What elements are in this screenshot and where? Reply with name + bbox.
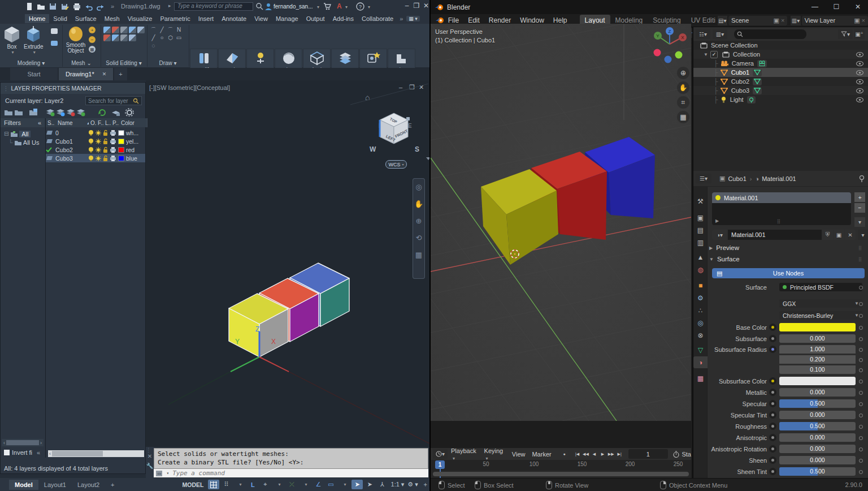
decorator-dot[interactable] <box>769 335 776 342</box>
mesh-tool-icon-1[interactable]: − <box>88 36 97 44</box>
outliner-display-mode-icon[interactable]: ☷▾ <box>696 29 710 39</box>
ribbon-overflow-icon[interactable]: » <box>400 15 403 22</box>
ortho-toggle[interactable]: L <box>247 480 258 489</box>
next-keyframe-icon[interactable]: ▶▶ <box>607 450 615 458</box>
material-name-field[interactable]: Material.001 <box>728 230 822 240</box>
new-layer-icon[interactable] <box>46 108 55 117</box>
statusbar-gear-icon[interactable]: ⚙ ▾ <box>407 480 418 489</box>
properties-particles-tab[interactable]: ∴ <box>693 304 708 316</box>
sheen-tint-slider[interactable]: 0.500 <box>779 467 856 476</box>
invert-filter-checkbox[interactable]: Invert fi « <box>4 449 40 456</box>
animate-dot[interactable] <box>859 358 863 362</box>
subsurface-color-swatch[interactable] <box>779 377 856 385</box>
filter-tree-all[interactable]: ⊟ All <box>4 130 31 137</box>
delete-layer-icon[interactable] <box>66 108 75 117</box>
slot-expand-icon[interactable]: ▶ <box>715 218 719 223</box>
stopwatch-icon[interactable] <box>672 450 680 458</box>
hide-eye-icon[interactable] <box>856 97 863 102</box>
subsurface-radius-slider-2[interactable]: 0.100 <box>779 365 856 374</box>
outliner-item-collection[interactable]: ▼✓ Collection <box>693 50 868 59</box>
new-group-filter-icon[interactable] <box>14 108 23 117</box>
decorator-dot[interactable] <box>769 346 776 353</box>
set-current-icon[interactable] <box>76 108 85 117</box>
outliner-item-scene-collection[interactable]: Scene Collection <box>693 41 868 50</box>
hide-eye-icon[interactable] <box>856 88 863 93</box>
outliner-item-light[interactable]: ├ Light <box>693 95 868 104</box>
viewlayer-browse-icon[interactable]: ▥▾ <box>791 16 801 25</box>
plot-icon[interactable] <box>72 2 81 11</box>
ribbon-tab-surface[interactable]: Surface <box>71 14 101 23</box>
layer-settings-icon[interactable] <box>111 108 120 117</box>
timeline-editor-type-icon[interactable]: ▾ <box>433 449 448 459</box>
hide-eye-icon[interactable] <box>856 52 863 57</box>
gear-icon[interactable] <box>125 108 134 117</box>
layer-color-swatch[interactable] <box>118 139 124 144</box>
add-slot-button[interactable]: ＋ <box>854 192 865 202</box>
ribbon-tab-mesh[interactable]: Mesh <box>101 14 124 23</box>
playhead[interactable]: 1 <box>435 460 445 469</box>
layer-row-Cubo1[interactable]: Cubo1 yel... <box>46 137 145 145</box>
specular-tint-slider[interactable]: 0.000 <box>779 411 856 419</box>
ribbon-tab-collaborate[interactable]: Collaborate <box>358 14 397 23</box>
new-file-icon[interactable] <box>25 2 34 11</box>
outliner-filter-mode-icon[interactable]: ▥▾ <box>713 29 727 39</box>
animate-dot[interactable] <box>859 302 863 306</box>
animate-dot[interactable] <box>859 414 863 417</box>
draw-tool-1[interactable]: ╱ <box>158 27 166 33</box>
menu-window[interactable]: Window <box>515 16 549 24</box>
solid-editing-tool-7[interactable] <box>120 35 128 41</box>
timeline-menu-keying[interactable]: Keying ▾ <box>481 447 509 461</box>
timeline-ruler[interactable]: 50100150200250 1 <box>431 460 691 470</box>
mesh-tool-icon-0[interactable]: + <box>88 26 97 34</box>
ribbon-tab-parametric[interactable]: Parametric <box>156 14 194 23</box>
solid-editing-tool-4[interactable] <box>137 27 145 33</box>
save-as-icon[interactable] <box>60 2 70 11</box>
material-filter-icon[interactable]: ▾ <box>858 230 868 240</box>
properties-viewlayer-tab[interactable]: ▥ <box>693 236 708 248</box>
timeline-menu-playback[interactable]: Playback ▾ <box>448 447 481 461</box>
base-color-swatch[interactable] <box>779 323 856 331</box>
start-frame-label[interactable]: Sta <box>682 451 691 458</box>
snap-caret[interactable]: ▾ <box>235 480 246 489</box>
animate-dot[interactable] <box>859 337 863 341</box>
metallic-slider[interactable]: 0.000 <box>779 388 856 397</box>
roughness-slider[interactable]: 0.500 <box>779 422 856 430</box>
record-icon[interactable]: ● <box>561 450 568 458</box>
draw-tool-8[interactable]: ◌ <box>150 42 157 49</box>
bl-close-button[interactable]: ✕ <box>853 3 862 11</box>
pan-hand-icon[interactable]: ✋ <box>677 81 689 94</box>
presspull-icon[interactable] <box>50 27 59 36</box>
angle-toggle[interactable]: ∠ <box>313 480 324 489</box>
layer-plot-icon[interactable] <box>110 155 118 162</box>
ribbon-tab-view[interactable]: View <box>250 14 272 23</box>
animate-dot[interactable] <box>859 348 863 352</box>
outliner-item-cubo2[interactable]: ├ Cubo2 <box>693 77 868 86</box>
draw-tool-5[interactable]: ○ <box>158 35 166 41</box>
layer-freeze-icon[interactable] <box>95 130 102 136</box>
outliner-item-cubo3[interactable]: ├ Cubo3 <box>693 86 868 95</box>
layer-freeze-icon[interactable] <box>95 147 102 153</box>
solid-editing-tool-6[interactable] <box>112 35 119 41</box>
fake-user-shield-icon[interactable]: ⛨ <box>822 230 833 240</box>
specular-slider[interactable]: 0.500 <box>779 399 856 408</box>
3d-viewport[interactable]: User Perspective (1) Collection | Cubo1 … <box>431 24 691 421</box>
menu-help[interactable]: Help <box>549 16 572 24</box>
ribbon-tab-manage[interactable]: Manage <box>272 14 302 23</box>
signed-in-user[interactable]: fernando_san... <box>274 3 313 10</box>
filters-scrollbar[interactable]: ‹› <box>2 439 44 446</box>
animate-dot[interactable] <box>859 380 863 384</box>
bl-maximize-button[interactable]: ☐ <box>832 3 841 11</box>
snap-toggle[interactable]: ⠿ <box>220 480 232 489</box>
surface-section[interactable]: ▼Surface <box>709 256 740 262</box>
open-file-icon[interactable] <box>37 2 46 11</box>
draw-group-label[interactable]: Draw ▾ <box>148 60 188 66</box>
jump-end-icon[interactable]: ▶| <box>615 450 623 458</box>
new-file-tab-button[interactable]: + <box>114 68 127 80</box>
outliner-item-camera[interactable]: ├ Camera <box>693 59 868 68</box>
current-frame-field[interactable]: 1 <box>628 449 667 459</box>
outliner-item-cubo1[interactable]: ├ Cubo1 <box>693 68 868 77</box>
layer-on-icon[interactable] <box>88 130 95 136</box>
layer-plot-icon[interactable] <box>110 138 118 145</box>
layer-on-icon[interactable] <box>88 147 95 153</box>
surface-shader-field[interactable]: Principled BSDF <box>779 283 862 291</box>
